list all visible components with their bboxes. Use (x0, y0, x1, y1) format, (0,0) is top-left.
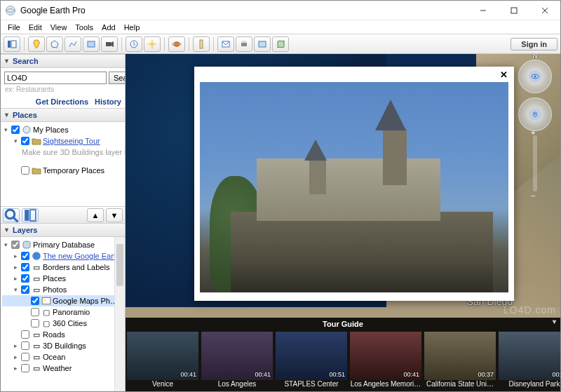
layer-roads[interactable]: ▭Roads (2, 329, 123, 340)
tour-item[interactable]: 00:41Los Angeles Memori… (350, 332, 421, 390)
menu-edit[interactable]: Edit (25, 22, 46, 33)
close-button[interactable] (529, 1, 560, 20)
signin-button[interactable]: Sign in (511, 38, 557, 50)
maximize-button[interactable] (499, 1, 529, 20)
tour-item[interactable]: 00:37California State Uni… (424, 332, 496, 390)
svg-marker-7 (51, 41, 58, 48)
tour-duration: 00:41 (180, 371, 196, 378)
layer-link[interactable]: The new Google Earth (43, 252, 120, 260)
temp-places-node[interactable]: Temporary Places (2, 165, 123, 176)
svg-rect-28 (25, 210, 29, 221)
tour-collapse-button[interactable]: ▾ (553, 318, 556, 325)
layer-checkbox[interactable] (31, 308, 39, 316)
email-button[interactable] (217, 36, 234, 52)
svg-rect-2 (511, 8, 517, 13)
planets-button[interactable] (168, 36, 185, 52)
places-tree: ▾ My Places ▾ Sightseeing Tour Make sure… (1, 122, 125, 206)
layer-google-maps-photos[interactable]: Google Maps Ph… (2, 295, 123, 306)
layer-3d-buildings[interactable]: ▸▭3D Buildings (2, 340, 123, 351)
zoom-in[interactable]: + (531, 128, 535, 137)
polygon-button[interactable] (46, 36, 63, 52)
get-directions-link[interactable]: Get Directions (36, 97, 88, 106)
popup-close-button[interactable]: ✕ (500, 69, 510, 79)
layer-panoramio[interactable]: ▢Panoramio (2, 306, 123, 318)
move-down-button[interactable]: ▼ (106, 208, 123, 222)
menu-help[interactable]: Help (120, 22, 144, 33)
menu-tools[interactable]: Tools (71, 22, 97, 33)
layer-checkbox[interactable] (21, 252, 29, 260)
layer-checkbox[interactable] (31, 297, 39, 305)
sightseeing-node[interactable]: ▾ Sightseeing Tour (2, 135, 123, 147)
places-panel-button[interactable] (22, 208, 39, 222)
image-overlay-button[interactable] (83, 36, 100, 52)
tour-header[interactable]: Tour Guide ▾ (126, 318, 560, 330)
layer-checkbox[interactable] (21, 285, 29, 294)
primary-db-node[interactable]: ▾ Primary Database (2, 239, 123, 250)
history-link[interactable]: History (95, 97, 121, 106)
layer-checkbox[interactable] (11, 241, 20, 249)
path-button[interactable] (65, 36, 81, 52)
layers-header[interactable]: ▼ Layers (1, 223, 125, 237)
layer-weather[interactable]: ▸▭Weather (2, 363, 123, 374)
layer-new-earth[interactable]: ▸The new Google Earth (2, 250, 123, 262)
print-button[interactable] (236, 36, 252, 52)
folder-icon (32, 166, 41, 175)
tour-row[interactable]: 00:41Venice00:41Los Angeles00:51STAPLES … (126, 330, 560, 390)
places-header[interactable]: ▼ Places (1, 108, 125, 122)
placemark-button[interactable] (28, 36, 45, 52)
tour-duration: 00:37 (478, 371, 494, 378)
pan-control[interactable] (518, 97, 552, 131)
record-tour-button[interactable] (101, 36, 118, 52)
search-input[interactable] (4, 72, 107, 84)
look-control[interactable]: N (518, 60, 552, 93)
zoom-out[interactable]: − (531, 191, 535, 200)
layer-checkbox[interactable] (21, 364, 29, 372)
svg-point-35 (534, 76, 536, 78)
minimize-button[interactable] (468, 1, 499, 20)
tour-item[interactable]: 00:41Los Angeles (201, 332, 273, 390)
search-header[interactable]: ▼ Search (1, 54, 125, 68)
tour-thumb: 00:51 (276, 332, 347, 380)
sunlight-button[interactable] (144, 36, 161, 52)
hand-icon (529, 108, 541, 121)
titlebar: Google Earth Pro (1, 1, 560, 20)
hide-sidebar-button[interactable] (4, 36, 20, 52)
historical-button[interactable] (126, 36, 142, 52)
layer-checkbox[interactable] (31, 319, 39, 327)
menu-add[interactable]: Add (97, 22, 120, 33)
sightseeing-checkbox[interactable] (21, 137, 29, 145)
layer-checkbox[interactable] (21, 274, 29, 283)
layer-checkbox[interactable] (21, 342, 29, 350)
save-image-button[interactable] (254, 36, 271, 52)
my-places-checkbox[interactable] (11, 126, 20, 134)
move-up-button[interactable]: ▲ (87, 208, 104, 222)
tour-item[interactable]: 00:51STAPLES Center (276, 332, 347, 390)
layer-360-cities[interactable]: ▢360 Cities (2, 318, 123, 329)
sightseeing-link[interactable]: Sightseeing Tour (43, 137, 100, 145)
tour-item[interactable]: 00:41Venice (127, 332, 198, 390)
search-button[interactable]: Search (109, 72, 126, 84)
menu-file[interactable]: File (4, 22, 25, 33)
zoom-slider[interactable]: + − (533, 135, 537, 191)
map-viewport[interactable]: San Diego LO4D.com N + − ✕ (126, 54, 560, 391)
layer-ocean[interactable]: ▸▭Ocean (2, 351, 123, 363)
temp-places-checkbox[interactable] (21, 166, 29, 175)
layer-borders[interactable]: ▸▭Borders and Labels (2, 262, 123, 273)
svg-rect-32 (42, 297, 50, 304)
layer-checkbox[interactable] (21, 330, 29, 339)
view-maps-button[interactable] (272, 36, 289, 52)
ruler-button[interactable] (193, 36, 210, 52)
tour-item[interactable]: 00:39Disneyland Park (499, 332, 560, 390)
places-search-button[interactable] (3, 208, 20, 222)
menu-view[interactable]: View (46, 22, 72, 33)
layer-places[interactable]: ▸▭Places (2, 273, 123, 284)
layers-scrollbar[interactable] (114, 237, 125, 391)
layer-photos[interactable]: ▾▭Photos (2, 284, 123, 295)
layer-icon: ▭ (32, 330, 41, 339)
my-places-node[interactable]: ▾ My Places (2, 124, 123, 135)
popup-photo (200, 82, 508, 292)
layer-label: Borders and Labels (43, 263, 109, 271)
layer-checkbox[interactable] (21, 353, 29, 361)
search-title: Search (13, 57, 39, 65)
layer-checkbox[interactable] (21, 263, 29, 271)
